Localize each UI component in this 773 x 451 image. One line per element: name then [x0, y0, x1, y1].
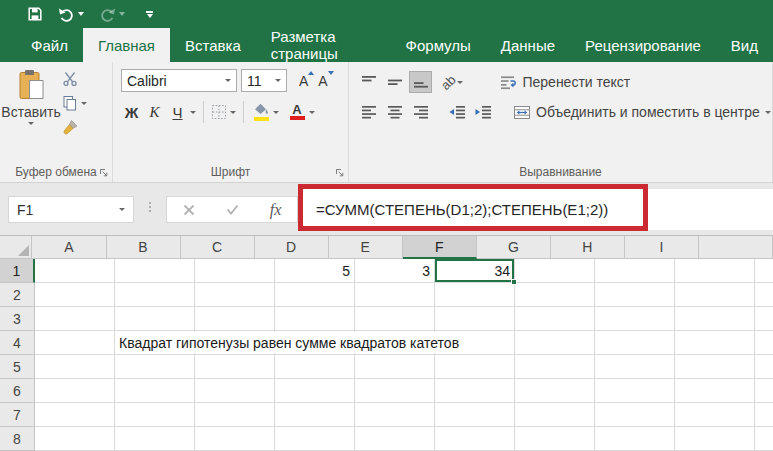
align-bottom-button[interactable] — [409, 71, 432, 93]
save-button[interactable] — [27, 6, 43, 22]
cell-E6[interactable] — [355, 379, 435, 403]
cell-I6[interactable] — [675, 379, 755, 403]
cell-C2[interactable] — [195, 283, 275, 307]
cell-partial-1[interactable] — [755, 259, 773, 283]
cell-C1[interactable] — [195, 259, 275, 283]
row-header-7[interactable]: 7 — [0, 403, 35, 427]
copy-button[interactable] — [62, 94, 87, 112]
cell-B6[interactable] — [115, 379, 195, 403]
cell-F8[interactable] — [435, 427, 515, 451]
merge-dropdown-arrow[interactable] — [765, 111, 771, 114]
merge-center-button[interactable]: Объединить и поместить в центре — [513, 104, 771, 120]
redo-dropdown-arrow[interactable] — [119, 12, 125, 16]
cell-B7[interactable] — [115, 403, 195, 427]
tab-вставка[interactable]: Вставка — [170, 28, 256, 62]
row-header-8[interactable]: 8 — [0, 427, 35, 451]
tab-вид[interactable]: Вид — [716, 28, 773, 62]
row-header-5[interactable]: 5 — [0, 355, 35, 379]
cell-I5[interactable] — [675, 355, 755, 379]
cell-A5[interactable] — [35, 355, 115, 379]
font-size-combo[interactable]: 11 — [241, 69, 287, 92]
column-header-B[interactable]: B — [107, 236, 181, 259]
cell-partial-6[interactable] — [755, 379, 773, 403]
cell-A2[interactable] — [35, 283, 115, 307]
cell-partial-3[interactable] — [755, 307, 773, 331]
cell-A8[interactable] — [35, 427, 115, 451]
cell-B3[interactable] — [115, 307, 195, 331]
cell-G8[interactable] — [515, 427, 595, 451]
column-header-F[interactable]: F — [403, 236, 477, 259]
bold-button[interactable]: Ж — [121, 104, 142, 121]
cell-C3[interactable] — [195, 307, 275, 331]
name-box[interactable]: F1 — [8, 196, 134, 223]
underline-button[interactable]: Ч — [167, 104, 188, 121]
cell-partial-4[interactable] — [755, 331, 773, 355]
tab-главная[interactable]: Главная — [83, 28, 170, 62]
cell-D3[interactable] — [275, 307, 355, 331]
cell-C5[interactable] — [195, 355, 275, 379]
undo-dropdown-arrow[interactable] — [78, 12, 84, 16]
cell-H3[interactable] — [595, 307, 675, 331]
redo-button[interactable] — [99, 7, 125, 22]
cell-G5[interactable] — [515, 355, 595, 379]
column-header-partial[interactable] — [699, 236, 773, 259]
cell-G2[interactable] — [515, 283, 595, 307]
row-header-6[interactable]: 6 — [0, 379, 35, 403]
cell-E8[interactable] — [355, 427, 435, 451]
customize-quick-access-button[interactable] — [146, 11, 153, 18]
fill-handle[interactable] — [511, 279, 517, 285]
row-header-2[interactable]: 2 — [0, 283, 35, 307]
wrap-text-button[interactable]: Перенести текст — [500, 74, 630, 90]
cell-H1[interactable] — [595, 259, 675, 283]
row-header-1[interactable]: 1 — [0, 259, 35, 283]
cell-E1[interactable]: 3 — [355, 259, 435, 283]
cell-C8[interactable] — [195, 427, 275, 451]
cell-H5[interactable] — [595, 355, 675, 379]
enter-icon[interactable] — [226, 204, 239, 215]
align-middle-button[interactable] — [383, 71, 406, 93]
cell-I1[interactable] — [675, 259, 755, 283]
cell-A3[interactable] — [35, 307, 115, 331]
cell-I8[interactable] — [675, 427, 755, 451]
cell-E7[interactable] — [355, 403, 435, 427]
column-header-H[interactable]: H — [551, 236, 625, 259]
cancel-icon[interactable] — [183, 204, 195, 216]
select-all-corner[interactable] — [0, 236, 32, 259]
undo-button[interactable] — [58, 7, 84, 22]
borders-dropdown-arrow[interactable] — [230, 111, 236, 114]
column-header-E[interactable]: E — [329, 236, 403, 259]
align-right-button[interactable] — [409, 101, 432, 123]
tab-данные[interactable]: Данные — [486, 28, 570, 62]
font-dialog-launcher-icon[interactable] — [335, 168, 345, 178]
tab-рецензирование[interactable]: Рецензирование — [570, 28, 716, 62]
cell-D2[interactable] — [275, 283, 355, 307]
row-header-4[interactable]: 4 — [0, 331, 35, 355]
underline-dropdown-arrow[interactable] — [190, 111, 196, 114]
cell-E3[interactable] — [355, 307, 435, 331]
clipboard-dialog-launcher-icon[interactable] — [99, 168, 109, 178]
cell-G3[interactable] — [515, 307, 595, 331]
cell-partial-5[interactable] — [755, 355, 773, 379]
cell-E2[interactable] — [355, 283, 435, 307]
copy-dropdown-arrow[interactable] — [81, 102, 87, 105]
cell-A1[interactable] — [35, 259, 115, 283]
italic-button[interactable]: К — [144, 104, 165, 121]
formula-input[interactable]: =СУММ(СТЕПЕНЬ(D1;2);СТЕПЕНЬ(E1;2)) — [303, 189, 773, 230]
font-name-combo[interactable]: Calibri — [121, 69, 237, 92]
cell-G1[interactable] — [515, 259, 595, 283]
cell-F3[interactable] — [435, 307, 515, 331]
paste-button[interactable]: Вставить — [0, 62, 62, 162]
fill-color-dropdown-arrow[interactable] — [273, 111, 279, 114]
cell-D1[interactable]: 5 — [275, 259, 355, 283]
tab-формулы[interactable]: Формулы — [391, 28, 486, 62]
cell-F7[interactable] — [435, 403, 515, 427]
cell-I2[interactable] — [675, 283, 755, 307]
cell-I4[interactable] — [675, 331, 755, 355]
align-center-button[interactable] — [383, 101, 406, 123]
cell-B2[interactable] — [115, 283, 195, 307]
tab-файл[interactable]: Файл — [16, 28, 83, 62]
cell-G7[interactable] — [515, 403, 595, 427]
cell-I3[interactable] — [675, 307, 755, 331]
cell-F2[interactable] — [435, 283, 515, 307]
cell-D8[interactable] — [275, 427, 355, 451]
